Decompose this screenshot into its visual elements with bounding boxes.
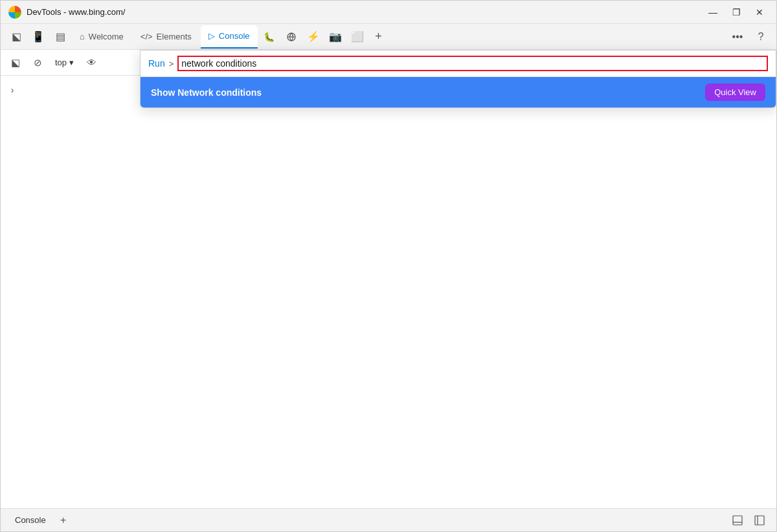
title-bar: DevTools - www.bing.com/ — ❐ ✕: [1, 1, 776, 24]
svg-rect-4: [755, 516, 764, 525]
main-content: ›: [1, 76, 776, 508]
bottom-right-controls: [728, 511, 769, 529]
sidebar-expand-arrow[interactable]: ›: [6, 83, 19, 96]
dock-button[interactable]: ⬕: [6, 53, 25, 72]
context-dropdown[interactable]: top ▾: [50, 56, 79, 69]
run-label[interactable]: Run: [148, 58, 165, 69]
command-palette-overlay: Run > Show Network conditions Quick View: [140, 50, 776, 108]
result-prefix: Show: [151, 87, 177, 98]
command-result-text: Show Network conditions: [151, 87, 262, 98]
minimize-button[interactable]: —: [704, 3, 722, 21]
tab-elements[interactable]: </> Elements: [133, 25, 199, 49]
command-result-row[interactable]: Show Network conditions Quick View: [141, 77, 776, 107]
title-bar-controls: — ❐ ✕: [704, 3, 769, 21]
bottom-bar: Console +: [1, 508, 776, 531]
tab-bar: ⬕ 📱 ▤ ⌂ Welcome </> Elements ▷ Console 🐛…: [1, 24, 776, 50]
more-options-button[interactable]: •••: [727, 27, 748, 47]
command-input-row: Run >: [141, 50, 776, 77]
dock-bottom-button[interactable]: [728, 511, 747, 529]
tab-welcome[interactable]: ⌂ Welcome: [72, 25, 131, 49]
tab-application-icon[interactable]: 📷: [325, 27, 346, 47]
result-bold: Network conditions: [177, 87, 262, 98]
bottom-console-tab[interactable]: Console: [8, 513, 52, 527]
toolbar: ⬕ ⊘ top ▾ 👁 Run > Show Network condition…: [1, 50, 776, 76]
quick-view-button[interactable]: Quick View: [705, 83, 765, 101]
inspect-icon[interactable]: ⬕: [6, 27, 27, 47]
tab-performance-icon[interactable]: ⚡: [303, 27, 324, 47]
device-icon[interactable]: 📱: [28, 27, 49, 47]
close-button[interactable]: ✕: [750, 3, 769, 21]
add-tab-button[interactable]: +: [369, 27, 388, 47]
drawer-icon[interactable]: ▤: [50, 27, 71, 47]
tab-memory-icon[interactable]: ⬜: [347, 27, 368, 47]
chevron-down-icon: ▾: [69, 58, 74, 67]
console-tab-icon: ▷: [208, 31, 215, 41]
tab-network-icon[interactable]: [281, 27, 302, 47]
tab-console[interactable]: ▷ Console: [201, 25, 258, 49]
title-text: DevTools - www.bing.com/: [27, 7, 125, 17]
dock-side-button[interactable]: [750, 511, 769, 529]
tab-sources-icon[interactable]: 🐛: [259, 27, 280, 47]
eye-button[interactable]: 👁: [82, 53, 101, 72]
svg-rect-2: [733, 516, 742, 525]
bottom-tabs: Console +: [8, 512, 72, 529]
elements-tab-icon: </>: [141, 32, 153, 41]
bottom-add-tab-button[interactable]: +: [55, 512, 72, 529]
help-button[interactable]: ?: [750, 27, 771, 47]
command-input[interactable]: [177, 56, 768, 71]
welcome-tab-icon: ⌂: [80, 32, 85, 41]
app-icon: [8, 6, 21, 19]
clear-button[interactable]: ⊘: [28, 53, 47, 72]
command-palette: Run > Show Network conditions Quick View: [140, 50, 776, 108]
command-arrow: >: [169, 59, 174, 69]
maximize-button[interactable]: ❐: [727, 3, 745, 21]
